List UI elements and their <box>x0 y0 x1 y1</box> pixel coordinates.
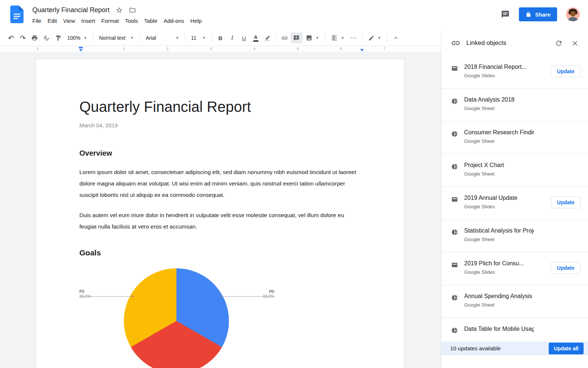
pie-chart[interactable] <box>124 268 229 368</box>
linked-object-title: Annual Spending Analysis - 2019 <box>464 293 534 300</box>
goals-heading[interactable]: Goals <box>79 248 361 257</box>
slides-icon <box>451 65 458 72</box>
menu-table[interactable]: Table <box>144 18 157 24</box>
first-line-indent-marker[interactable] <box>79 47 83 48</box>
user-avatar[interactable] <box>566 7 580 21</box>
lock-icon <box>526 11 531 17</box>
pie-chart-icon <box>451 98 458 105</box>
linked-object-item: Project X ChartGoogle Sheet <box>441 154 588 187</box>
chevron-down-icon: ▼ <box>202 36 206 40</box>
linked-object-title: Project X Chart <box>464 162 534 169</box>
star-icon[interactable] <box>115 6 123 14</box>
collapse-toolbar-icon[interactable] <box>390 32 402 43</box>
toolbar-divider <box>140 34 140 42</box>
linked-object-item: 2019 Pitch for Consu...Google SlidesUpda… <box>441 252 588 285</box>
italic-button[interactable]: I <box>226 32 238 43</box>
font-size-select[interactable]: 11 ▼ <box>188 32 209 43</box>
refresh-icon[interactable] <box>553 38 564 48</box>
toolbar-divider <box>93 34 93 42</box>
update-button[interactable]: Update <box>551 66 581 77</box>
document-title[interactable]: Quarterly Financial Report <box>32 6 110 14</box>
undo-button[interactable]: ↶ <box>5 32 17 43</box>
share-button[interactable]: Share <box>519 7 557 21</box>
slides-icon <box>451 262 458 268</box>
ruler-number: 1 <box>36 47 38 50</box>
menu-help[interactable]: Help <box>190 18 202 24</box>
pie-callout-right: P0 33.3% <box>262 289 274 299</box>
paint-format-icon[interactable] <box>52 32 64 43</box>
linked-object-item: Annual Spending Analysis - 2019Google Sh… <box>441 285 588 318</box>
ruler-number: 6 <box>340 47 342 50</box>
toolbar-divider <box>276 34 276 42</box>
menu-file[interactable]: File <box>32 18 41 24</box>
move-folder-icon[interactable] <box>129 6 136 14</box>
linked-object-title: Consumer Research Findings <box>464 129 534 136</box>
font-size-value: 11 <box>191 35 197 41</box>
updates-status: 10 updates available <box>450 345 544 351</box>
link-icon <box>451 38 460 48</box>
chevron-down-icon: ▼ <box>341 36 344 40</box>
toolbar-divider <box>185 34 185 42</box>
print-icon[interactable] <box>29 32 40 43</box>
font-select[interactable]: Arial ▼ <box>143 32 182 43</box>
menu-add-ons[interactable]: Add-ons <box>164 18 184 24</box>
paragraph-style-select[interactable]: Normal text ▼ <box>96 32 137 43</box>
pie-callout-label: P2 <box>79 289 91 294</box>
linked-object-item: Data Analysis 2018Google Sheet <box>441 89 588 121</box>
comments-icon[interactable] <box>501 10 510 19</box>
ruler-number: 4 <box>253 47 255 50</box>
pie-callout-left: P2 33.3% <box>79 289 91 299</box>
menu-bar: FileEditViewInsertFormatToolsTableAdd-on… <box>32 18 202 24</box>
linked-objects-sidebar: Linked objects 2018 Financial Report...G… <box>441 30 588 368</box>
chevron-down-icon: ▼ <box>316 36 319 40</box>
linked-object-title: Data Table for Mobile Usage <box>464 326 534 332</box>
underline-button[interactable]: U <box>238 32 250 43</box>
document-page[interactable]: Quarterly Financial Report March 04, 201… <box>36 59 404 368</box>
update-all-button[interactable]: Update all <box>549 343 584 354</box>
doc-date[interactable]: March 04, 2019 <box>79 122 361 128</box>
paragraph[interactable]: Lorem ipsum dolor sit amet, consectetuer… <box>79 166 361 201</box>
chevron-down-icon: ▼ <box>176 36 179 40</box>
update-button[interactable]: Update <box>551 262 581 274</box>
more-options-button[interactable]: ⋯ <box>348 32 359 43</box>
editing-mode-select[interactable]: ▼ <box>365 32 384 43</box>
title-block: Quarterly Financial Report FileEditViewI… <box>32 5 202 24</box>
toolbar: ↶ ↷ 100% ▼ Normal text ▼ Arial ▼ 11 ▼ B … <box>0 30 441 46</box>
header-actions: Share <box>501 7 580 21</box>
linked-object-title: 2018 Financial Report... <box>464 64 534 70</box>
text-color-button[interactable]: A <box>250 32 262 43</box>
text-color-swatch <box>253 40 258 42</box>
pie-chart-block[interactable]: P2 33.3% P0 33.3% <box>79 262 361 368</box>
image-icon <box>306 35 312 41</box>
bold-button[interactable]: B <box>215 32 226 43</box>
font-value: Arial <box>146 35 156 41</box>
doc-body-title[interactable]: Quarterly Financial Report <box>79 98 361 116</box>
insert-image-select[interactable]: ▼ <box>302 32 322 43</box>
pie-callout-line <box>221 296 274 297</box>
zoom-select[interactable]: 100% ▼ <box>64 32 90 43</box>
insert-comment-icon[interactable] <box>291 32 302 43</box>
menu-view[interactable]: View <box>63 18 75 24</box>
spellcheck-icon[interactable] <box>40 32 52 43</box>
pie-callout-dot <box>220 296 222 297</box>
overview-heading[interactable]: Overview <box>79 149 361 158</box>
redo-button[interactable]: ↷ <box>17 32 29 43</box>
close-icon[interactable] <box>570 38 580 48</box>
right-indent-marker[interactable] <box>360 49 364 52</box>
align-select[interactable]: ▼ <box>328 32 348 43</box>
pie-chart-icon <box>451 131 458 137</box>
linked-object-item: 2019 Annual UpdateGoogle SlidesUpdate <box>441 187 588 220</box>
menu-insert[interactable]: Insert <box>81 18 95 24</box>
highlight-color-icon[interactable] <box>262 32 273 43</box>
left-indent-marker[interactable] <box>79 49 83 52</box>
toolbar-divider <box>362 34 362 42</box>
menu-tools[interactable]: Tools <box>125 18 138 24</box>
linked-object-type: Google Sheet <box>464 302 579 308</box>
menu-format[interactable]: Format <box>101 18 119 24</box>
ruler[interactable]: 11234567 <box>0 46 441 52</box>
paragraph[interactable]: Duis autem vel eum iriure dolor in hendr… <box>79 209 361 232</box>
insert-link-icon[interactable] <box>279 32 291 43</box>
google-docs-logo-icon[interactable] <box>10 6 24 23</box>
update-button[interactable]: Update <box>551 197 581 208</box>
menu-edit[interactable]: Edit <box>47 18 57 24</box>
